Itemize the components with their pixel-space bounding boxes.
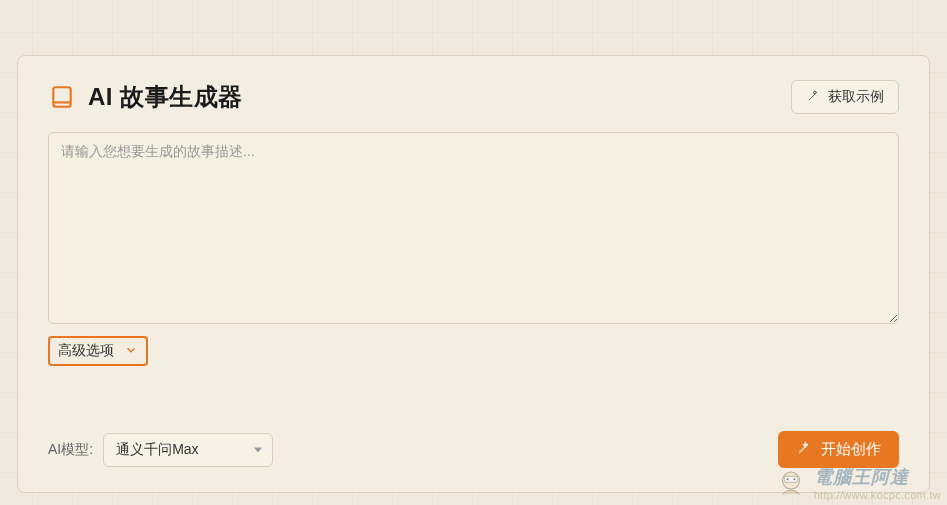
chevron-down-icon <box>124 343 138 360</box>
svg-rect-0 <box>53 87 70 107</box>
title-group: AI 故事生成器 <box>48 81 243 113</box>
footer-row: AI模型: 通义千问Max 开始创作 <box>48 409 899 468</box>
get-example-label: 获取示例 <box>828 88 884 106</box>
generator-card: AI 故事生成器 获取示例 高级选项 AI模型: 通义千问Max <box>17 55 930 493</box>
model-select[interactable]: 通义千问Max <box>103 433 273 467</box>
wand-icon <box>796 441 811 459</box>
get-example-button[interactable]: 获取示例 <box>791 80 899 114</box>
page-title: AI 故事生成器 <box>88 81 243 113</box>
book-icon <box>48 83 76 111</box>
advanced-options-label: 高级选项 <box>58 342 114 360</box>
model-label: AI模型: <box>48 441 93 459</box>
header-row: AI 故事生成器 获取示例 <box>48 80 899 114</box>
model-group: AI模型: 通义千问Max <box>48 433 273 467</box>
wand-icon <box>806 89 820 106</box>
start-create-button[interactable]: 开始创作 <box>778 431 899 468</box>
advanced-row: 高级选项 <box>48 336 899 366</box>
start-create-label: 开始创作 <box>821 440 881 459</box>
model-selected-value: 通义千问Max <box>116 441 198 459</box>
story-prompt-input[interactable] <box>48 132 899 324</box>
advanced-options-toggle[interactable]: 高级选项 <box>48 336 148 366</box>
